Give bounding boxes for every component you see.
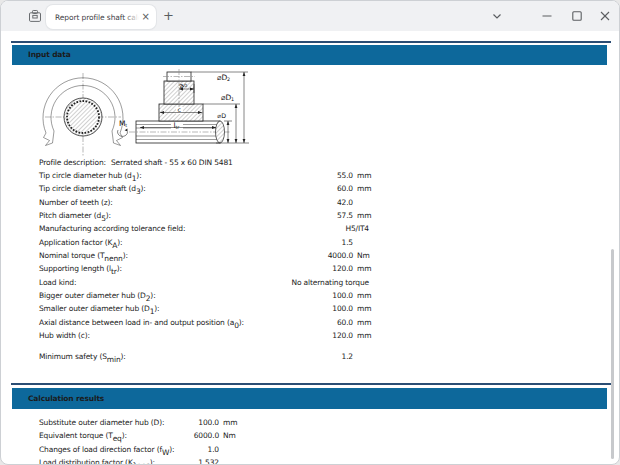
row-label: Application factor (KA):: [39, 238, 122, 250]
browser-window: Report profile shaft calculation acco × …: [0, 0, 620, 465]
row-value: 100.0: [279, 291, 353, 300]
vertical-scrollbar-thumb[interactable]: [611, 249, 614, 459]
row-label: Changes of load direction factor (fW):: [39, 445, 174, 457]
row-value: H5/IT4: [279, 224, 369, 233]
row-value: 1.0: [184, 445, 219, 454]
row-value: No alternating torque: [279, 278, 369, 287]
row-value: 1.5: [279, 238, 353, 247]
report-row: Bigger outer diameter hub (D2): 100.0 mm: [39, 291, 384, 304]
row-value: 1.2: [279, 352, 353, 361]
report-row: Pitch diameter (d5): 57.5 mm: [39, 211, 384, 224]
row-label: Load kind:: [39, 278, 76, 290]
profile-description-value: Serrated shaft - 55 x 60 DIN 5481: [111, 158, 233, 167]
row-label: Manufacturing according tolerance field:: [39, 224, 185, 236]
minimize-button[interactable]: [533, 2, 561, 30]
row-label: Tip circle diameter hub (d1):: [39, 171, 142, 183]
row-value: 120.0: [279, 331, 353, 340]
report-row: Application factor (KA): 1.5: [39, 238, 384, 251]
row-label: Supporting length (ltr):: [39, 264, 122, 276]
row-unit: mm: [223, 418, 237, 427]
tab-close-icon[interactable]: ×: [142, 12, 150, 22]
row-label: Substitute outer diameter hub (D):: [39, 418, 164, 430]
dim-d1-label: ⌀D1: [221, 93, 234, 102]
row-unit: mm: [357, 211, 371, 220]
row-value: 6000.0: [184, 431, 219, 440]
row-label: Nominal torque (Tnenn):: [39, 251, 128, 263]
row-label: Tip circle diameter shaft (d3):: [39, 184, 146, 196]
row-label: Hub width (c):: [39, 331, 90, 343]
report-row: Number of teeth (z): 42.0: [39, 198, 384, 211]
report-row: Manufacturing according tolerance field:…: [39, 224, 384, 237]
row-value: 42.0: [279, 198, 353, 207]
section-header-calculation-results: Calculation results: [12, 388, 607, 409]
row-label: Bigger outer diameter hub (D2):: [39, 291, 156, 303]
report-row: Smaller outer diameter hub (D1): 100.0 m…: [39, 304, 384, 317]
profile-description-row: Profile description: Serrated shaft - 55…: [39, 158, 479, 170]
report-row: Tip circle diameter shaft (d3): 60.0 mm: [39, 184, 384, 197]
calculation-rows: Substitute outer diameter hub (D): 100.0…: [39, 418, 384, 465]
browser-tab[interactable]: Report profile shaft calculation acco ×: [46, 5, 156, 29]
minimize-icon: [542, 11, 552, 21]
dim-d-label: ⌀D: [217, 112, 226, 119]
maximize-icon: [572, 11, 582, 21]
results-rule: [11, 383, 611, 385]
row-unit: mm: [357, 184, 371, 193]
row-value: 60.0: [279, 184, 353, 193]
close-window-button[interactable]: [591, 2, 619, 30]
report-row: Substitute outer diameter hub (D): 100.0…: [39, 418, 384, 431]
profile-description-label: Profile description:: [39, 158, 106, 167]
row-value: 55.0: [279, 171, 353, 180]
section-header-input-data: Input data: [12, 45, 607, 65]
tab-title: Report profile shaft calculation acco: [55, 12, 139, 23]
top-rule: [11, 41, 611, 43]
row-value: 120.0: [279, 264, 353, 273]
report-row: Tip circle diameter hub (d1): 55.0 mm: [39, 171, 384, 184]
dim-d2-label: ⌀D2: [217, 73, 230, 82]
row-unit: mm: [357, 318, 371, 327]
row-label: Smaller outer diameter hub (D1):: [39, 304, 159, 316]
input-rows: Tip circle diameter hub (d1): 55.0 mm Ti…: [39, 171, 384, 344]
report-row: Load kind: No alternating torque: [39, 278, 384, 291]
close-icon: [600, 11, 610, 21]
row-value: 60.0: [279, 318, 353, 327]
row-unit: Nm: [357, 251, 370, 260]
row-label: Pitch diameter (d5):: [39, 211, 111, 223]
minimum-safety-row: Minimum safety (Smin): 1.2: [39, 352, 384, 365]
row-value: 100.0: [279, 304, 353, 313]
cross-section-view: [43, 73, 123, 157]
row-unit: mm: [357, 171, 371, 180]
report-row: Load distribution factor (Kλges): 1.532: [39, 458, 384, 465]
row-unit: mm: [357, 264, 371, 273]
report-row: Supporting length (ltr): 120.0 mm: [39, 264, 384, 277]
row-unit: mm: [357, 304, 371, 313]
report-row: Axial distance between load in- and outp…: [39, 318, 384, 331]
chevron-down-icon: [492, 11, 502, 21]
torque-mt-label: Mt: [119, 119, 127, 128]
report-row: Hub width (c): 120.0 mm: [39, 331, 384, 344]
shaft-technical-drawing: a0 c ltr Mt: [31, 67, 371, 161]
row-label: Number of teeth (z):: [39, 198, 113, 210]
row-value: 100.0: [184, 418, 219, 427]
dim-c-label: c: [178, 106, 182, 113]
row-unit: mm: [357, 291, 371, 300]
app-briefcase-icon: [28, 9, 42, 23]
row-label: Axial distance between load in- and outp…: [39, 318, 244, 330]
maximize-button[interactable]: [563, 2, 591, 30]
row-label: Load distribution factor (Kλges):: [39, 458, 155, 465]
row-label: Minimum safety (Smin):: [39, 352, 126, 361]
row-value: 4000.0: [279, 251, 353, 260]
row-value: 1.532: [184, 458, 219, 465]
row-label: Equivalent torque (Teq):: [39, 431, 127, 443]
tab-bar: Report profile shaft calculation acco × …: [1, 1, 619, 31]
report-row: Equivalent torque (Teq): 6000.0 Nm: [39, 431, 384, 444]
row-value: 57.5: [279, 211, 353, 220]
tab-title-clip: Report profile shaft calculation acco: [55, 12, 139, 23]
tab-menu-button[interactable]: [483, 2, 511, 30]
report-row: Changes of load direction factor (fW): 1…: [39, 445, 384, 458]
row-unit: Nm: [223, 431, 236, 440]
report-row: Nominal torque (Tnenn): 4000.0 Nm: [39, 251, 384, 264]
new-tab-button[interactable]: +: [163, 9, 174, 22]
row-unit: mm: [357, 331, 371, 340]
